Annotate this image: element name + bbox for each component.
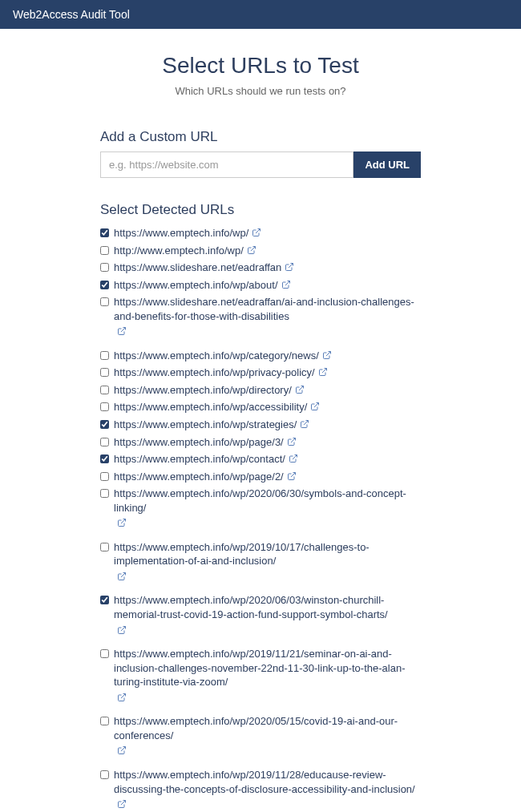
detected-url-list: https://www.emptech.info/wp/http://www.e…: [100, 224, 421, 812]
url-item: http://www.emptech.info/wp/: [100, 242, 421, 260]
url-link[interactable]: https://www.emptech.info/wp/: [114, 227, 248, 239]
custom-url-input[interactable]: [100, 151, 353, 178]
url-link[interactable]: https://www.emptech.info/wp/2019/10/17/c…: [114, 541, 370, 568]
url-link[interactable]: https://www.emptech.info/wp/2020/05/15/c…: [114, 715, 398, 741]
url-checkbox[interactable]: [100, 543, 109, 551]
url-checkbox[interactable]: [100, 596, 109, 604]
url-link[interactable]: https://www.slideshare.net/eadraffan: [114, 261, 281, 273]
external-link-icon[interactable]: [300, 418, 309, 428]
external-link-icon-row: [114, 516, 421, 531]
url-checkbox[interactable]: [100, 368, 109, 377]
url-checkbox[interactable]: [100, 228, 109, 237]
url-content: https://www.emptech.info/wp/2020/06/30/s…: [114, 487, 421, 537]
url-link[interactable]: https://www.emptech.info/wp/2019/11/28/e…: [114, 769, 415, 795]
url-link[interactable]: https://www.emptech.info/wp/2020/06/30/s…: [114, 487, 406, 514]
svg-line-1: [251, 246, 256, 251]
url-item: https://www.emptech.info/wp/2019/10/17/c…: [100, 539, 421, 592]
url-content: http://www.emptech.info/wp/: [114, 244, 421, 258]
url-content: https://www.emptech.info/wp/2019/11/21/s…: [114, 647, 421, 711]
svg-line-17: [121, 747, 126, 752]
external-link-icon-row: [114, 798, 421, 812]
custom-url-row: Add URL: [100, 151, 421, 178]
external-link-icon[interactable]: [247, 244, 256, 254]
url-link[interactable]: https://www.emptech.info/wp/about/: [114, 279, 278, 291]
url-link[interactable]: https://www.emptech.info/wp/accessibilit…: [114, 401, 307, 413]
external-link-icon[interactable]: [117, 325, 127, 335]
url-item: https://www.emptech.info/wp/2020/06/30/s…: [100, 485, 421, 539]
url-link[interactable]: https://www.emptech.info/wp/strategies/: [114, 418, 297, 430]
svg-line-5: [326, 351, 331, 356]
svg-line-14: [121, 572, 126, 577]
url-content: https://www.emptech.info/wp/page/3/: [114, 435, 421, 450]
external-link-icon-row: [114, 744, 421, 758]
url-item: https://www.emptech.info/wp/2019/11/28/e…: [100, 766, 421, 812]
svg-line-4: [121, 328, 126, 333]
url-content: https://www.slideshare.net/eadraffan/ai-…: [114, 295, 421, 345]
url-item: https://www.emptech.info/wp/accessibilit…: [100, 398, 421, 416]
url-checkbox[interactable]: [100, 281, 109, 289]
external-link-icon[interactable]: [285, 261, 294, 271]
url-checkbox[interactable]: [100, 263, 109, 272]
external-link-icon[interactable]: [117, 745, 127, 754]
url-link[interactable]: https://www.emptech.info/wp/contact/: [114, 453, 285, 465]
external-link-icon[interactable]: [117, 517, 127, 527]
brand-title: Web2Access Audit Tool: [13, 8, 130, 21]
url-link[interactable]: https://www.slideshare.net/eadraffan/ai-…: [114, 296, 414, 322]
detected-urls-heading: Select Detected URLs: [100, 202, 421, 218]
url-item: https://www.emptech.info/wp/2020/05/15/c…: [100, 713, 421, 766]
url-link[interactable]: https://www.emptech.info/wp/2019/11/21/s…: [114, 648, 405, 688]
url-checkbox[interactable]: [100, 386, 109, 394]
external-link-icon[interactable]: [287, 436, 297, 446]
url-checkbox[interactable]: [100, 717, 109, 725]
external-link-icon[interactable]: [287, 471, 297, 480]
url-link[interactable]: https://www.emptech.info/wp/privacy-poli…: [114, 366, 315, 378]
url-link[interactable]: https://www.emptech.info/wp/page/3/: [114, 436, 284, 448]
custom-url-heading: Add a Custom URL: [100, 129, 421, 145]
url-checkbox[interactable]: [100, 770, 109, 779]
url-content: https://www.emptech.info/wp/category/new…: [114, 349, 421, 363]
svg-line-8: [314, 403, 319, 408]
external-link-icon[interactable]: [281, 279, 291, 289]
external-link-icon[interactable]: [322, 349, 332, 359]
url-content: https://www.emptech.info/wp/directory/: [114, 383, 421, 398]
url-link[interactable]: http://www.emptech.info/wp/: [114, 244, 244, 257]
external-link-icon[interactable]: [289, 453, 298, 463]
url-checkbox[interactable]: [100, 402, 109, 411]
url-link[interactable]: https://www.emptech.info/wp/category/new…: [114, 349, 319, 362]
external-link-icon[interactable]: [117, 624, 127, 634]
url-item: https://www.emptech.info/wp/about/: [100, 277, 421, 294]
external-link-icon[interactable]: [252, 227, 261, 236]
url-checkbox[interactable]: [100, 351, 109, 360]
url-item: https://www.emptech.info/wp/page/2/: [100, 468, 421, 486]
url-content: https://www.slideshare.net/eadraffan: [114, 261, 421, 275]
url-content: https://www.emptech.info/wp/page/2/: [114, 470, 421, 484]
url-link[interactable]: https://www.emptech.info/wp/directory/: [114, 384, 292, 396]
url-checkbox[interactable]: [100, 489, 109, 498]
url-link[interactable]: https://www.emptech.info/wp/page/2/: [114, 471, 284, 483]
url-checkbox[interactable]: [100, 438, 109, 446]
url-item: https://www.emptech.info/wp/privacy-poli…: [100, 364, 421, 382]
svg-line-0: [256, 229, 260, 234]
url-item: https://www.emptech.info/wp/2020/06/03/w…: [100, 592, 421, 645]
url-checkbox[interactable]: [100, 297, 109, 306]
url-checkbox[interactable]: [100, 420, 109, 429]
svg-line-7: [299, 386, 304, 390]
url-content: https://www.emptech.info/wp/contact/: [114, 452, 421, 467]
external-link-icon[interactable]: [117, 692, 127, 701]
url-checkbox[interactable]: [100, 472, 109, 481]
add-url-button[interactable]: Add URL: [353, 151, 421, 178]
url-content: https://www.emptech.info/wp/: [114, 226, 421, 240]
url-checkbox[interactable]: [100, 454, 109, 463]
external-link-icon[interactable]: [117, 798, 127, 808]
external-link-icon[interactable]: [117, 571, 127, 580]
app-header: Web2Access Audit Tool: [0, 0, 521, 29]
url-content: https://www.emptech.info/wp/privacy-poli…: [114, 366, 421, 380]
external-link-icon-row: [114, 570, 421, 584]
url-content: https://www.emptech.info/wp/about/: [114, 278, 421, 293]
url-checkbox[interactable]: [100, 649, 109, 658]
external-link-icon[interactable]: [310, 401, 320, 410]
url-link[interactable]: https://www.emptech.info/wp/2020/06/03/w…: [114, 594, 388, 620]
url-checkbox[interactable]: [100, 246, 109, 255]
external-link-icon[interactable]: [295, 384, 305, 394]
external-link-icon[interactable]: [318, 366, 328, 376]
